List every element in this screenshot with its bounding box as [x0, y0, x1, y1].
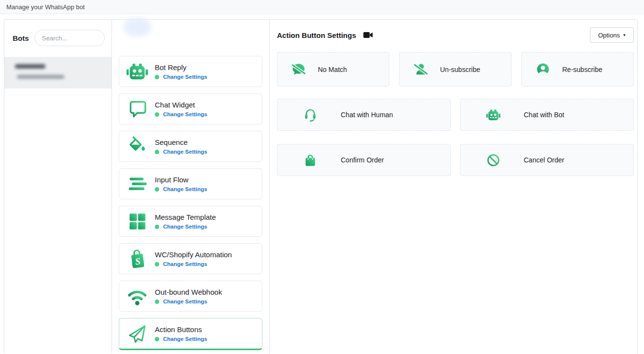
- status-dot: [155, 225, 159, 229]
- feature-card-shopify[interactable]: S WC/Shopify Automation Change Settings: [119, 243, 262, 274]
- chat-slash-icon: [291, 62, 306, 77]
- shopify-bag-icon: S: [124, 248, 150, 269]
- feature-title: Sequence: [155, 138, 207, 146]
- feature-card-bot-reply[interactable]: Bot Reply Change Settings: [119, 56, 262, 87]
- feature-card-chat-widget[interactable]: Chat Widget Change Settings: [119, 93, 262, 124]
- status-dot: [155, 187, 159, 192]
- user-slash-icon: [413, 62, 428, 77]
- bots-sidebar: Bots: [4, 20, 112, 354]
- feature-title: Action Buttons: [155, 325, 207, 334]
- selected-bot-item[interactable]: [4, 57, 111, 88]
- redacted-bot-name: [15, 64, 45, 69]
- grid-icon: [124, 211, 150, 231]
- change-settings-link[interactable]: Change Settings: [163, 149, 207, 155]
- headset-icon: [303, 107, 318, 123]
- main-container: Bots: [4, 19, 638, 354]
- page-title: Manage your WhatsApp bot: [6, 3, 85, 11]
- change-settings-link[interactable]: Change Settings: [163, 186, 207, 192]
- feature-title: Message Template: [155, 213, 216, 221]
- action-tile-label: Re-subscribe: [562, 66, 602, 73]
- change-settings-link[interactable]: Change Settings: [163, 336, 207, 342]
- robot-icon: [486, 107, 501, 123]
- status-dot: [155, 75, 159, 79]
- action-tile-no-match[interactable]: No Match: [277, 52, 389, 87]
- shopping-bag-icon: [303, 153, 318, 168]
- wifi-icon: [124, 285, 150, 307]
- action-tile-label: No Match: [318, 66, 347, 73]
- feature-title: Out-bound Webhook: [155, 288, 222, 296]
- chat-widget-icon: [124, 98, 150, 120]
- status-dot: [155, 112, 159, 117]
- feature-card-input-flow[interactable]: Input Flow Change Settings: [119, 168, 262, 199]
- options-button[interactable]: Options ▾: [590, 27, 634, 43]
- redacted-bot-phone: [17, 75, 64, 79]
- change-settings-link[interactable]: Change Settings: [163, 74, 207, 80]
- action-tile-label: Confirm Order: [341, 156, 384, 164]
- panel-title: Action Button Settings: [277, 31, 356, 39]
- change-settings-link[interactable]: Change Settings: [163, 111, 207, 117]
- bots-title: Bots: [13, 34, 29, 42]
- feature-title: Chat Widget: [155, 101, 207, 109]
- feature-card-message-template[interactable]: Message Template Change Settings: [119, 206, 262, 237]
- change-settings-link[interactable]: Change Settings: [163, 261, 207, 267]
- status-dot: [155, 337, 159, 341]
- action-tile-confirm-order[interactable]: Confirm Order: [277, 144, 451, 176]
- ban-icon: [486, 153, 501, 168]
- action-tile-unsubscribe[interactable]: Un-subscribe: [399, 52, 512, 87]
- action-tile-label: Cancel Order: [524, 156, 564, 164]
- chevron-down-icon: ▾: [623, 33, 626, 37]
- input-flow-icon: [124, 173, 150, 195]
- status-dot: [155, 150, 159, 154]
- action-tile-resubscribe[interactable]: Re-subscribe: [521, 52, 634, 87]
- action-tile-cancel-order[interactable]: Cancel Order: [460, 144, 634, 176]
- feature-card-sequence[interactable]: Sequence Change Settings: [119, 131, 262, 162]
- video-camera-icon[interactable]: [363, 32, 373, 38]
- feature-title: Bot Reply: [155, 63, 207, 71]
- features-column: Bot Reply Change Settings Chat Widget Ch…: [112, 20, 270, 354]
- blurred-avatar-blob: [124, 18, 151, 36]
- paper-plane-icon: [124, 323, 150, 344]
- bots-search-input[interactable]: [35, 30, 105, 46]
- feature-title: WC/Shopify Automation: [155, 250, 232, 259]
- change-settings-link[interactable]: Change Settings: [163, 224, 207, 230]
- action-tile-label: Chat with Bot: [524, 111, 564, 119]
- status-dot: [155, 300, 159, 304]
- action-button-settings-panel: Action Button Settings Options ▾: [270, 20, 637, 354]
- page-header: Manage your WhatsApp bot: [0, 0, 644, 14]
- status-dot: [155, 262, 159, 266]
- action-tile-chat-with-bot[interactable]: Chat with Bot: [460, 99, 634, 131]
- action-tile-label: Un-subscribe: [440, 66, 480, 73]
- bot-icon: [124, 60, 150, 83]
- feature-title: Input Flow: [155, 176, 207, 184]
- feature-card-action-buttons[interactable]: Action Buttons Change Settings: [119, 318, 262, 350]
- paint-fill-icon: [124, 136, 150, 157]
- user-circle-icon: [535, 62, 551, 77]
- action-tile-chat-with-human[interactable]: Chat with Human: [277, 99, 451, 131]
- feature-card-webhook[interactable]: Out-bound Webhook Change Settings: [119, 281, 262, 312]
- action-tile-label: Chat with Human: [341, 111, 393, 119]
- change-settings-link[interactable]: Change Settings: [163, 299, 207, 304]
